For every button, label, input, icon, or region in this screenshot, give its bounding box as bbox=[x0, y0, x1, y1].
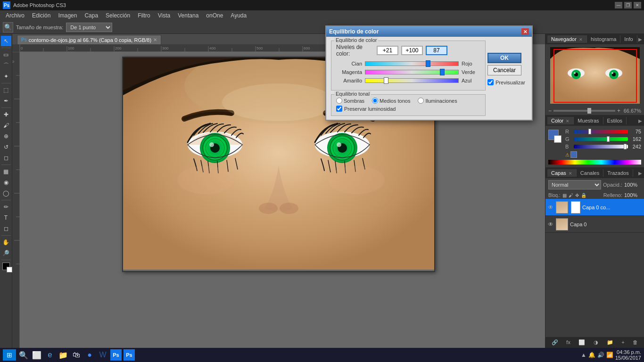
blend-mode-select[interactable]: Normal Multiply Screen bbox=[548, 180, 601, 189]
magenta-verde-slider-track[interactable] bbox=[365, 70, 459, 74]
heal-tool[interactable]: ✚ bbox=[1, 109, 11, 120]
menu-capa[interactable]: Capa bbox=[81, 11, 102, 20]
color-balance-dialog[interactable]: Equilibrio de color ✕ OK Cancelar Previs… bbox=[325, 25, 533, 121]
menu-ventana[interactable]: Ventana bbox=[174, 11, 202, 20]
menu-imagen[interactable]: Imagen bbox=[54, 11, 81, 20]
eyedropper-tool[interactable]: ✒ bbox=[1, 96, 11, 106]
ok-button[interactable]: OK bbox=[487, 53, 521, 63]
delete-layer-btn[interactable]: 🗑 bbox=[633, 339, 638, 345]
lock-pixels-icon[interactable]: 🖌 bbox=[569, 193, 573, 198]
taskbar-ps-icon2[interactable]: Ps bbox=[124, 349, 135, 361]
add-mask-btn[interactable]: ⬜ bbox=[578, 339, 585, 346]
layers-panel-options-btn[interactable]: ▶ bbox=[638, 171, 642, 176]
brush-tool[interactable]: 🖌 bbox=[1, 120, 11, 131]
dodge-tool[interactable]: ◯ bbox=[1, 188, 11, 198]
zoom-slider[interactable] bbox=[553, 110, 615, 112]
lasso-tool[interactable]: ⌒ bbox=[1, 60, 11, 71]
taskbar-explorer-icon[interactable]: 📁 bbox=[58, 349, 69, 361]
magic-wand-tool[interactable]: ✦ bbox=[1, 71, 11, 82]
taskbar-chrome-icon[interactable]: ● bbox=[84, 349, 95, 361]
layer-item[interactable]: 👁 Capa 0 bbox=[545, 216, 644, 233]
g-slider-thumb[interactable] bbox=[607, 136, 610, 142]
amarillo-azul-slider-track[interactable] bbox=[365, 78, 459, 83]
layer-item[interactable]: 👁 Capa 0 co... bbox=[545, 199, 644, 216]
level-input-2[interactable] bbox=[401, 46, 423, 55]
taskbar-task-view-icon[interactable]: ⬜ bbox=[31, 349, 42, 361]
preserve-checkbox[interactable] bbox=[336, 106, 342, 112]
lock-position-icon[interactable]: ✥ bbox=[575, 193, 579, 198]
volume-icon[interactable]: 🔊 bbox=[597, 352, 604, 358]
zoom-out-btn[interactable]: − bbox=[548, 107, 552, 114]
tab-color[interactable]: Color ✕ bbox=[547, 117, 574, 124]
clone-tool[interactable]: ⊕ bbox=[1, 131, 11, 141]
menu-edicion[interactable]: Edición bbox=[28, 11, 54, 20]
marquee-tool[interactable]: ▭ bbox=[1, 49, 11, 60]
blur-tool[interactable]: ◉ bbox=[1, 177, 11, 188]
tab-histogram[interactable]: histograma bbox=[587, 35, 620, 43]
layer-visibility-eye[interactable]: 👁 bbox=[547, 204, 554, 211]
bg-color-swatch[interactable] bbox=[554, 135, 561, 143]
menu-onone[interactable]: onOne bbox=[202, 11, 227, 20]
cyan-red-slider-thumb[interactable] bbox=[426, 60, 430, 67]
shape-tool[interactable]: ◻ bbox=[1, 223, 11, 234]
amarillo-azul-slider-thumb[interactable] bbox=[384, 77, 388, 84]
tab-swatches[interactable]: Muestras bbox=[574, 117, 603, 124]
color-panel-options-btn[interactable]: ▶ bbox=[638, 118, 642, 123]
r-slider-track[interactable] bbox=[574, 130, 628, 133]
highlights-radio[interactable] bbox=[418, 98, 424, 104]
layers-tab-close[interactable]: ✕ bbox=[569, 171, 572, 176]
add-style-btn[interactable]: fx bbox=[566, 339, 570, 345]
taskbar-word-icon[interactable]: W bbox=[97, 349, 108, 361]
color-tab-close[interactable]: ✕ bbox=[566, 119, 570, 123]
sample-size-select[interactable]: De 1 punto Promedio 3x3 Promedio 5x5 bbox=[66, 23, 112, 32]
nav-tab-close[interactable]: ✕ bbox=[579, 37, 583, 42]
tab-channels[interactable]: Canales bbox=[577, 169, 603, 177]
color-gradient-bar[interactable] bbox=[548, 160, 641, 165]
gradient-tool[interactable]: ▦ bbox=[1, 166, 11, 177]
minimize-button[interactable]: — bbox=[615, 2, 622, 8]
cyan-red-slider-track[interactable] bbox=[365, 61, 459, 66]
menu-ayuda[interactable]: Ayuda bbox=[227, 11, 250, 20]
crop-tool[interactable]: ⬚ bbox=[1, 85, 11, 95]
canvas-tab[interactable]: Ps contorno-de-ojos.jpg al 66.7% (Capa 0… bbox=[17, 35, 161, 44]
taskbar-edge-icon[interactable]: e bbox=[44, 349, 56, 361]
dialog-close-btn[interactable]: ✕ bbox=[521, 28, 529, 35]
level-input-3[interactable] bbox=[426, 46, 447, 55]
foreground-color[interactable] bbox=[2, 263, 10, 270]
tab-navigator[interactable]: Navegador ✕ bbox=[547, 35, 587, 43]
history-tool[interactable]: ↺ bbox=[1, 142, 11, 152]
eyedropper-tool-btn[interactable]: 🔍 bbox=[3, 22, 13, 33]
warning-color-swatch[interactable] bbox=[570, 151, 577, 158]
tab-info[interactable]: Info bbox=[620, 35, 637, 43]
zoom-slider-thumb[interactable] bbox=[587, 108, 591, 114]
eraser-tool[interactable]: ◻ bbox=[1, 153, 11, 163]
level-input-1[interactable] bbox=[377, 46, 398, 55]
start-button[interactable]: ⊞ bbox=[3, 349, 16, 361]
panel-options-btn[interactable]: ▶ bbox=[638, 37, 642, 42]
shadows-radio[interactable] bbox=[336, 98, 342, 104]
lock-transparency-icon[interactable]: ▦ bbox=[562, 193, 567, 198]
fill-value[interactable]: 100% bbox=[624, 192, 641, 198]
maximize-button[interactable]: ❐ bbox=[624, 2, 632, 8]
network-icon[interactable]: ▲ bbox=[581, 352, 586, 358]
link-layers-btn[interactable]: 🔗 bbox=[552, 339, 558, 346]
tab-paths[interactable]: Trazados bbox=[603, 169, 633, 177]
menu-filtro[interactable]: Filtro bbox=[134, 11, 154, 20]
menu-seleccion[interactable]: Selección bbox=[102, 11, 134, 20]
taskbar-store-icon[interactable]: 🛍 bbox=[71, 349, 82, 361]
taskbar-clock[interactable]: 04:36 p.m. 15/06/2017 bbox=[615, 349, 641, 361]
pen-tool[interactable]: ✏ bbox=[1, 202, 11, 212]
layer-visibility-eye[interactable]: 👁 bbox=[547, 221, 554, 228]
hand-tool[interactable]: ✋ bbox=[1, 237, 11, 247]
b-slider-track[interactable] bbox=[574, 145, 628, 148]
taskbar-search-icon[interactable]: 🔍 bbox=[18, 349, 29, 361]
taskbar-ps-icon[interactable]: Ps bbox=[110, 349, 122, 361]
lock-all-icon[interactable]: 🔒 bbox=[581, 193, 586, 198]
midtones-radio[interactable] bbox=[372, 98, 378, 104]
cancel-button[interactable]: Cancelar bbox=[487, 65, 521, 75]
r-slider-thumb[interactable] bbox=[588, 129, 591, 134]
preview-checkbox[interactable] bbox=[487, 79, 494, 85]
add-adjustment-btn[interactable]: ◑ bbox=[594, 339, 598, 346]
menu-vista[interactable]: Vista bbox=[154, 11, 174, 20]
opacity-value[interactable]: 100% bbox=[624, 182, 641, 188]
